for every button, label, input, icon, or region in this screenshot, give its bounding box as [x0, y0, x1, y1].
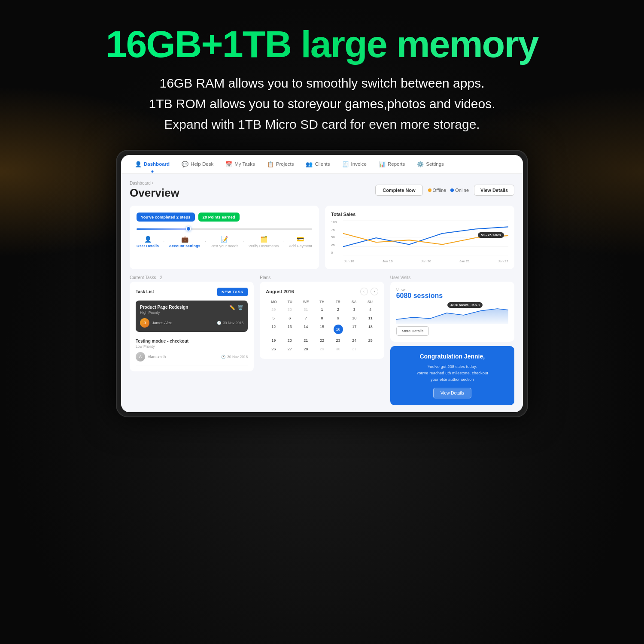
plans-label: Plans	[260, 275, 384, 280]
cal-day[interactable]: 20	[282, 337, 298, 344]
steps-row: 👤 User Details · 💼 Account settings · 📝	[137, 236, 312, 248]
cal-day[interactable]: 8	[314, 314, 330, 322]
cal-day-headers: MO TU WE TH FR SA SU	[266, 300, 378, 304]
bottom-three-col: Current Tasks - 2 Task List NEW TASK Pr	[130, 275, 514, 406]
congrats-title: Congratulation Jennie,	[397, 353, 507, 360]
new-task-button[interactable]: NEW TASK	[217, 288, 248, 296]
two-col-top: You've completed 2 steps 20 Points earne…	[130, 206, 514, 269]
clients-icon: 👥	[306, 161, 313, 167]
visits-label-outer: User Visits	[390, 275, 514, 280]
cal-day[interactable]: 15	[314, 323, 330, 336]
cal-prev-button[interactable]: ‹	[360, 288, 368, 295]
task-0-priority: High Priority	[140, 310, 188, 315]
sales-badge: 50 - 75 sales	[478, 232, 504, 238]
cal-days: 29 30 31 1 2 3 4 5 6 7	[266, 306, 378, 353]
header-section: 16GB+1TB large memory 16GB RAM allows yo…	[0, 0, 644, 135]
projects-icon: 📋	[267, 161, 274, 167]
cal-day[interactable]: 29	[266, 306, 281, 313]
page-header: Dashboard › Overview Complete Now Offlin…	[130, 181, 514, 200]
step-label-0: User Details	[137, 244, 159, 248]
cal-day[interactable]: 31	[298, 306, 314, 313]
svg-marker-5	[396, 309, 508, 324]
task-0-user: J James Alex	[140, 318, 172, 328]
task-item-1: Testing modue - checkout Low Priority A …	[136, 335, 248, 365]
cal-day[interactable]: 31	[346, 345, 362, 353]
nav-helpdesk[interactable]: 💬 Help Desk	[176, 158, 219, 170]
task-1-priority: Low Priority	[136, 344, 248, 349]
cal-day[interactable]: 7	[298, 314, 314, 322]
cal-day[interactable]: 2	[331, 306, 346, 313]
task-0-date: 🕐 30 Nov 2016	[217, 321, 243, 325]
cal-day[interactable]: 27	[282, 345, 298, 353]
cal-day[interactable]: 22	[314, 337, 330, 344]
task-card-header: Task List NEW TASK	[136, 288, 248, 296]
delete-icon[interactable]: 🗑️	[237, 305, 243, 310]
nav-dashboard[interactable]: 👤 Dashboard	[130, 158, 175, 170]
plans-column: Plans August 2016 ‹ › MO	[260, 275, 384, 406]
main-content: Dashboard › Overview Complete Now Offlin…	[121, 174, 523, 413]
cal-day[interactable]: 29	[314, 345, 330, 353]
cal-day[interactable]: 6	[282, 314, 298, 322]
task-item-0: Product Page Redesign High Priority ✏️ 🗑…	[136, 301, 248, 332]
view-details-button[interactable]: View Details	[474, 185, 514, 196]
cal-day[interactable]: 26	[266, 345, 281, 353]
cal-day[interactable]: 19	[266, 337, 281, 344]
sep3: ·	[243, 239, 244, 243]
breadcrumb: Dashboard ›	[130, 181, 179, 185]
cal-day[interactable]: 10	[346, 314, 362, 322]
mini-chart: 4006 views Jan 8	[396, 302, 508, 324]
visits-section: User Visits Views 6080 sessions	[390, 275, 514, 406]
congrats-view-details-button[interactable]: View Details	[433, 388, 471, 398]
nav-invoice[interactable]: 🧾 Invoice	[337, 158, 372, 170]
cal-day[interactable]: 30	[331, 345, 346, 353]
cal-day[interactable]: 5	[266, 314, 281, 322]
chart-area: 100 75 50 25 0	[331, 220, 508, 263]
more-details-button[interactable]: More Details	[396, 326, 429, 336]
dashboard-icon: 👤	[135, 161, 142, 167]
cal-day[interactable]: 23	[331, 337, 346, 344]
cal-day[interactable]: 14	[298, 323, 314, 336]
task-1-user: A Alan smith	[136, 352, 166, 361]
nav-clients[interactable]: 👥 Clients	[301, 158, 335, 170]
task-card: Task List NEW TASK Product Page Redesign…	[130, 282, 254, 371]
step-label-3: Verify Documents	[249, 244, 279, 248]
edit-icon[interactable]: ✏️	[229, 305, 235, 310]
nav-projects[interactable]: 📋 Projects	[262, 158, 299, 170]
task-1-assignee: Alan smith	[148, 355, 166, 359]
subtitle-line3: Expand with 1TB Micro SD card for even m…	[0, 114, 644, 135]
cal-day[interactable]: 4	[363, 306, 378, 313]
step-label-4: Add Payment	[289, 244, 312, 248]
task-0-name: Product Page Redesign	[140, 305, 188, 310]
settings-icon: ⚙️	[417, 161, 424, 167]
cal-day[interactable]: 11	[363, 314, 378, 322]
cal-day[interactable]: 13	[282, 323, 298, 336]
cal-day[interactable]: 24	[346, 337, 362, 344]
header-actions: Complete Now Offline Online View Details	[375, 185, 514, 196]
cal-day[interactable]: 18	[363, 323, 378, 336]
cal-day-today[interactable]: 16	[331, 323, 346, 336]
reports-icon: 📊	[379, 161, 386, 167]
complete-now-button[interactable]: Complete Now	[375, 185, 422, 196]
cal-day[interactable]: 3	[346, 306, 362, 313]
helpdesk-icon: 💬	[182, 161, 188, 167]
cal-day[interactable]: 25	[363, 337, 378, 344]
tablet-screen: 👤 Dashboard 💬 Help Desk 📅 My Tasks 📋 Pro…	[121, 155, 523, 413]
calendar-title: August 2016	[266, 289, 294, 294]
nav-mytasks[interactable]: 📅 My Tasks	[220, 158, 260, 170]
cal-day[interactable]: 9	[331, 314, 346, 322]
cal-day[interactable]: 30	[282, 306, 298, 313]
cal-day[interactable]: 21	[298, 337, 314, 344]
congrats-text: You've got 208 sales today. You've reach…	[397, 363, 507, 383]
nav-settings[interactable]: ⚙️ Settings	[412, 158, 449, 170]
task-1-date: 🕐 30 Nov 2016	[221, 355, 248, 359]
cal-next-button[interactable]: ›	[371, 288, 378, 295]
tasks-column: Current Tasks - 2 Task List NEW TASK Pr	[130, 275, 254, 406]
add-payment-icon: 💳	[297, 236, 304, 243]
nav-bar: 👤 Dashboard 💬 Help Desk 📅 My Tasks 📋 Pro…	[121, 155, 523, 174]
cal-day[interactable]: 12	[266, 323, 281, 336]
nav-reports[interactable]: 📊 Reports	[374, 158, 410, 170]
cal-day[interactable]: 1	[314, 306, 330, 313]
cal-day[interactable]: 17	[346, 323, 362, 336]
cal-day[interactable]: 28	[298, 345, 314, 353]
progress-fill	[137, 228, 189, 230]
